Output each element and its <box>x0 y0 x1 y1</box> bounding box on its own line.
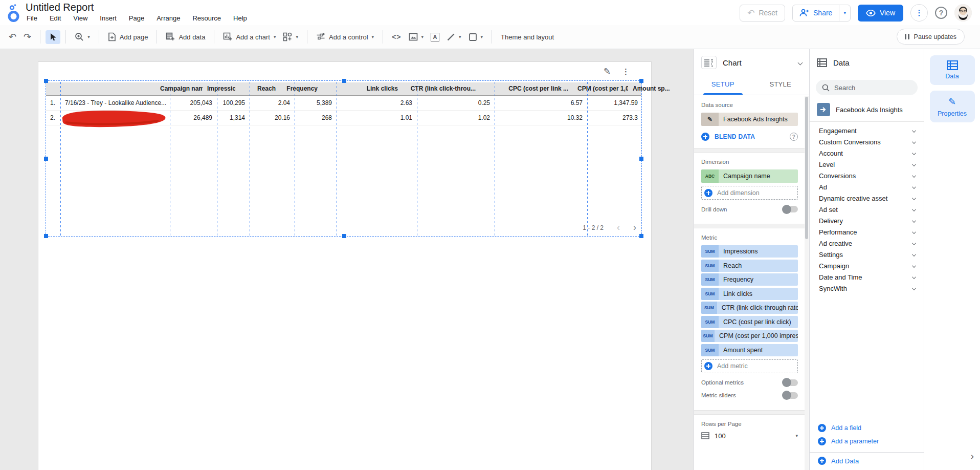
avatar[interactable] <box>954 4 972 22</box>
prev-page-icon[interactable]: ‹ <box>617 222 620 233</box>
search-input[interactable] <box>834 84 906 92</box>
field-group[interactable]: Settings <box>810 249 924 260</box>
field-group[interactable]: Engagement <box>810 125 924 136</box>
selection-handle[interactable] <box>44 79 48 83</box>
chevron-down-icon[interactable] <box>798 60 803 65</box>
setup-scrollbar[interactable] <box>805 96 809 470</box>
field-group[interactable]: Performance <box>810 226 924 238</box>
field-group[interactable]: Ad creative <box>810 238 924 249</box>
column-header[interactable]: Amount sp... <box>628 82 675 95</box>
column-header[interactable]: Reach <box>235 82 280 95</box>
next-page-icon[interactable]: › <box>633 222 636 233</box>
select-tool[interactable] <box>46 30 60 44</box>
metric-chip[interactable]: SUM Frequency <box>701 273 798 286</box>
edit-pencil-icon[interactable]: ✎ <box>604 66 611 77</box>
menu-item[interactable]: View <box>73 14 87 22</box>
tab-setup[interactable]: SETUP <box>694 76 752 95</box>
column-header[interactable]: CTR (link click-throu... <box>403 82 480 95</box>
selection-handle[interactable] <box>639 234 643 238</box>
add-data-button[interactable]: Add Data <box>810 452 924 470</box>
column-header[interactable]: Impressio... <box>203 82 235 95</box>
menu-item[interactable]: Arrange <box>157 14 180 22</box>
chart-kebab-icon[interactable]: ⋮ <box>622 67 630 76</box>
help-button[interactable]: ? <box>935 7 947 19</box>
selection-handle[interactable] <box>44 157 48 161</box>
rail-properties-button[interactable]: ✎ Properties <box>930 91 975 122</box>
drill-down-toggle[interactable] <box>783 206 798 212</box>
report-canvas[interactable]: ✎ ⋮ <box>0 49 694 470</box>
metric-chip[interactable]: SUM Link clicks <box>701 288 798 300</box>
field-group[interactable]: Dynamic creative asset <box>810 193 924 204</box>
report-page[interactable]: ✎ ⋮ <box>38 61 652 470</box>
field-group[interactable]: Delivery <box>810 215 924 226</box>
menu-item[interactable]: Page <box>129 14 144 22</box>
collapse-panel-chevron[interactable]: › <box>971 451 974 462</box>
add-control-button[interactable]: Add a control ▾ <box>313 30 377 44</box>
metric-chip[interactable]: SUM Amount spent <box>701 344 798 356</box>
pause-updates-button[interactable]: Pause updates <box>897 29 965 45</box>
metric-chip[interactable]: SUM Reach <box>701 260 798 272</box>
undo-button[interactable]: ↶ <box>5 29 20 45</box>
data-source-chip[interactable]: ✎ Facebook Ads Insights <box>701 113 798 126</box>
column-header[interactable]: CPM (cost per 1,000 impr... <box>573 82 628 95</box>
menu-item[interactable]: Edit <box>50 14 61 22</box>
add-page-button[interactable]: Add page <box>104 30 152 44</box>
selection-handle[interactable] <box>342 234 346 238</box>
table-row[interactable]: 1. 7/16/23 - Trey - Lookalike Audience..… <box>46 96 641 111</box>
tab-style[interactable]: STYLE <box>752 76 810 95</box>
shape-tool[interactable]: ▾ <box>465 30 487 44</box>
add-a-parameter-button[interactable]: Add a parameter <box>810 435 924 448</box>
add-metric-button[interactable]: Add metric <box>701 359 798 373</box>
menu-item[interactable]: Insert <box>100 14 117 22</box>
field-group[interactable]: SyncWith <box>810 283 924 294</box>
rail-data-button[interactable]: Data <box>930 55 975 85</box>
metric-chip[interactable]: SUM CPC (cost per link click) <box>701 316 798 328</box>
table-chart[interactable]: Campaign nameImpressio...ReachFrequencyL… <box>46 80 642 237</box>
text-tool[interactable]: A <box>427 30 443 44</box>
line-tool[interactable]: ▾ <box>443 30 465 44</box>
column-header[interactable] <box>46 82 155 95</box>
help-blend-icon[interactable]: ? <box>790 133 798 141</box>
column-header[interactable]: Frequency <box>280 82 322 95</box>
column-header[interactable]: Campaign name <box>155 82 203 95</box>
column-header[interactable]: Link clicks <box>322 82 403 95</box>
selection-handle[interactable] <box>44 234 48 238</box>
selection-handle[interactable] <box>342 79 346 83</box>
blend-data-button[interactable]: BLEND DATA ? <box>701 133 798 141</box>
dimension-chip[interactable]: ABC Campaign name <box>701 169 798 183</box>
optional-metrics-toggle[interactable] <box>783 379 798 386</box>
chart-type-icon[interactable] <box>701 56 717 69</box>
metric-chip[interactable]: SUM CPM (cost per 1,000 impressions) <box>701 330 798 342</box>
view-button[interactable]: View <box>858 5 903 22</box>
field-search[interactable] <box>816 80 918 95</box>
selection-handle[interactable] <box>639 79 643 83</box>
field-group[interactable]: Ad <box>810 181 924 193</box>
menu-item[interactable]: Resource <box>192 14 221 22</box>
selection-handle[interactable] <box>639 157 643 161</box>
image-tool[interactable]: ▾ <box>405 30 428 44</box>
field-group[interactable]: Date and Time <box>810 271 924 283</box>
more-options-button[interactable]: ⋮ <box>910 4 928 22</box>
report-title[interactable]: Untitled Report <box>26 2 94 13</box>
add-data-button[interactable]: Add data <box>162 30 209 44</box>
share-button[interactable]: Share <box>793 5 839 21</box>
rows-per-page-select[interactable]: 100 ▾ <box>701 432 798 440</box>
metric-chip[interactable]: SUM CTR (link click-through rate) <box>701 302 798 314</box>
field-group[interactable]: Ad set <box>810 204 924 215</box>
field-group[interactable]: Level <box>810 159 924 170</box>
field-group[interactable]: Campaign <box>810 260 924 271</box>
edit-source-pencil-icon[interactable]: ✎ <box>701 113 719 126</box>
field-group[interactable]: Conversions <box>810 170 924 181</box>
field-group[interactable]: Account <box>810 147 924 159</box>
menu-item[interactable]: Help <box>233 14 247 22</box>
reset-button[interactable]: ↶ Reset <box>740 5 785 22</box>
share-dropdown-caret[interactable]: ▾ <box>839 5 850 21</box>
metric-chip[interactable]: SUM Impressions <box>701 245 798 258</box>
data-source-row[interactable]: Facebook Ads Insights <box>810 98 924 122</box>
menu-item[interactable]: File <box>27 14 37 22</box>
add-chart-button[interactable]: Add a chart ▾ <box>219 30 279 44</box>
add-dimension-button[interactable]: Add dimension <box>701 186 798 200</box>
field-group[interactable]: Custom Conversions <box>810 136 924 147</box>
add-a-field-button[interactable]: Add a field <box>810 421 924 435</box>
redo-button[interactable]: ↷ <box>20 29 35 45</box>
